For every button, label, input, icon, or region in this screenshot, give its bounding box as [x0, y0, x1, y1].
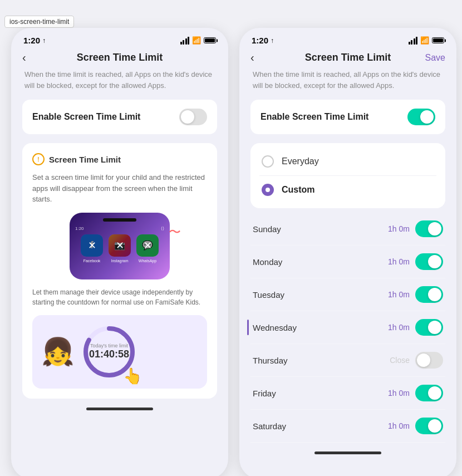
- day-rows: Sunday1h 0mMonday1h 0mTuesday1h 0mWednes…: [250, 213, 445, 443]
- right-nav-bar: ‹ Screen Time Limit Save: [239, 48, 456, 69]
- left-toggle-label: Enable Screen Time Limit: [32, 112, 140, 122]
- left-time: 1:20: [23, 36, 40, 45]
- mock-status: 1:20 ⟨⟩: [75, 226, 164, 231]
- day-toggle-knob-thursday: [417, 354, 430, 367]
- right-toggle-knob: [420, 110, 434, 124]
- left-signal-icon: [180, 37, 190, 45]
- left-back-button[interactable]: ‹: [22, 51, 26, 64]
- left-info-title: ! Screen Time Limit: [32, 153, 207, 165]
- mock-app-instagram: 📷 ✕ Instagram: [109, 234, 131, 263]
- left-arrow-icon: ↑: [42, 37, 46, 45]
- right-status-left: 1:20 ↑: [252, 36, 274, 45]
- day-toggle-friday[interactable]: [415, 385, 443, 401]
- right-wifi-icon: 📶: [420, 36, 429, 45]
- day-toggle-saturday[interactable]: [415, 418, 443, 434]
- day-row-tuesday[interactable]: Tuesday1h 0m: [250, 278, 445, 311]
- left-nav-bar: ‹ Screen Time Limit: [11, 48, 228, 69]
- timer-value: 01:40:58: [89, 349, 129, 360]
- day-right-tuesday: 1h 0m: [388, 286, 443, 303]
- day-right-thursday: Close: [390, 352, 443, 369]
- day-row-friday[interactable]: Friday1h 0m: [250, 377, 445, 410]
- day-time-sunday: 1h 0m: [388, 224, 410, 233]
- day-name-saturday: Saturday: [253, 421, 286, 431]
- left-toggle-knob: [181, 110, 194, 124]
- right-home-indicator: [314, 452, 381, 454]
- block-overlay-ig: ✕: [109, 234, 131, 257]
- day-time-thursday: Close: [390, 356, 410, 365]
- right-status-right: 📶: [409, 36, 445, 45]
- left-info-card: ! Screen Time Limit Set a screen time li…: [22, 143, 217, 399]
- left-status-right: 📶: [180, 36, 217, 45]
- day-row-thursday[interactable]: ThursdayClose: [250, 344, 445, 377]
- right-toggle-label: Enable Screen Time Limit: [261, 112, 368, 122]
- left-wifi-icon: 📶: [192, 36, 201, 45]
- left-toggle-row: Enable Screen Time Limit: [22, 100, 217, 134]
- day-toggle-knob-sunday: [428, 222, 441, 235]
- left-info-desc: Set a screen time limit for your child a…: [32, 172, 207, 205]
- day-right-sunday: 1h 0m: [388, 220, 443, 237]
- day-row-sunday[interactable]: Sunday1h 0m: [250, 213, 445, 246]
- right-arrow-icon: ↑: [271, 37, 274, 45]
- day-toggle-wednesday[interactable]: [415, 319, 443, 336]
- phone-mockup: 1:20 ⟨⟩ f ✕ Facebook: [70, 213, 170, 279]
- block-overlay: ✕: [81, 234, 103, 257]
- right-phone: 1:20 ↑ 📶 ‹ Screen Time Limit Save: [239, 28, 456, 476]
- mock-app-facebook: f ✕ Facebook: [81, 234, 103, 263]
- day-name-sunday: Sunday: [253, 224, 281, 234]
- right-description: When the time limit is reached, all Apps…: [250, 69, 445, 91]
- day-row-wednesday[interactable]: Wednesday1h 0m: [250, 311, 445, 344]
- whatsapp-icon: 💬 ✕: [136, 234, 159, 257]
- mock-apps: f ✕ Facebook 📷 ✕: [81, 234, 159, 263]
- day-name-monday: Monday: [253, 257, 282, 267]
- custom-label: Custom: [282, 185, 315, 195]
- squiggle-decoration: 〜: [169, 224, 181, 241]
- phone-mockup-wrap: 1:20 ⟨⟩ f ✕ Facebook: [64, 213, 175, 279]
- day-toggle-knob-friday: [428, 386, 441, 400]
- right-status-bar: 1:20 ↑ 📶: [239, 28, 456, 48]
- left-toggle-switch[interactable]: [179, 109, 207, 125]
- day-row-saturday[interactable]: Saturday1h 0m: [250, 410, 445, 443]
- mock-app-whatsapp: 💬 ✕ WhatsApp: [136, 234, 159, 263]
- everyday-label: Everyday: [282, 156, 319, 166]
- timer-card: 👧 Today's time limit 01:40:58 👆: [32, 315, 207, 389]
- day-toggle-knob-tuesday: [428, 288, 441, 301]
- famikids-desc: Let them manage their device usage indep…: [32, 287, 207, 307]
- custom-radio[interactable]: [262, 184, 274, 196]
- right-battery-icon: [432, 37, 444, 43]
- left-home-indicator: [86, 408, 153, 410]
- day-name-tuesday: Tuesday: [253, 290, 284, 300]
- right-back-button[interactable]: ‹: [250, 51, 254, 64]
- instagram-icon: 📷 ✕: [109, 234, 131, 257]
- day-toggle-knob-monday: [428, 255, 441, 268]
- custom-radio-row[interactable]: Custom: [259, 176, 436, 204]
- day-time-wednesday: 1h 0m: [388, 323, 410, 332]
- right-phone-content: When the time limit is reached, all Apps…: [239, 69, 456, 443]
- day-toggle-monday[interactable]: [415, 253, 443, 270]
- day-name-wednesday: Wednesday: [253, 323, 297, 332]
- right-signal-icon: [409, 37, 418, 45]
- left-status-bar: 1:20 ↑ 📶: [11, 28, 228, 48]
- schedule-card: Everyday Custom: [250, 143, 445, 208]
- day-right-monday: 1h 0m: [388, 253, 443, 270]
- page-wrapper: ios-screen-time-limit 1:20 ↑ 📶: [0, 11, 462, 476]
- left-nav-title: Screen Time Limit: [77, 52, 163, 63]
- everyday-radio-row[interactable]: Everyday: [259, 148, 436, 176]
- day-name-friday: Friday: [253, 389, 276, 398]
- timer-circle: Today's time limit 01:40:58 👆: [81, 324, 137, 380]
- day-time-saturday: 1h 0m: [388, 421, 410, 430]
- everyday-radio[interactable]: [262, 155, 274, 168]
- left-description: When the time limit is reached, all Apps…: [22, 69, 217, 91]
- day-toggle-knob-wednesday: [428, 321, 441, 334]
- right-toggle-switch[interactable]: [407, 109, 435, 125]
- left-phone-content: When the time limit is reached, all Apps…: [11, 69, 228, 399]
- girl-avatar: 👧: [41, 336, 75, 367]
- day-time-tuesday: 1h 0m: [388, 290, 410, 299]
- day-toggle-thursday[interactable]: [415, 352, 443, 369]
- page-tag: ios-screen-time-limit: [4, 16, 74, 28]
- day-row-monday[interactable]: Monday1h 0m: [250, 246, 445, 278]
- mock-notch: [103, 218, 136, 222]
- day-right-saturday: 1h 0m: [388, 418, 443, 434]
- day-toggle-sunday[interactable]: [415, 220, 443, 237]
- day-toggle-tuesday[interactable]: [415, 286, 443, 303]
- right-save-button[interactable]: Save: [425, 53, 445, 63]
